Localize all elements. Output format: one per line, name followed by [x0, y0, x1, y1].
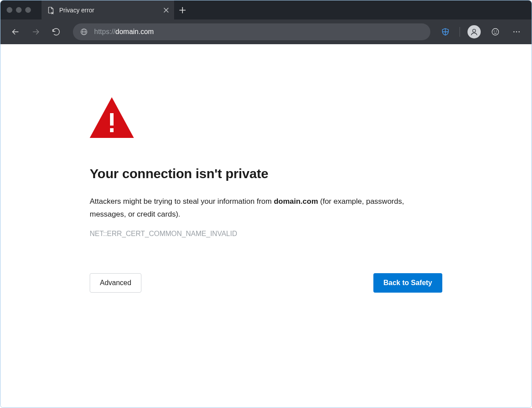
svg-point-14 [492, 29, 499, 35]
svg-point-18 [516, 31, 517, 33]
titlebar: Privacy error [0, 0, 532, 19]
address-bar[interactable]: https://domain.com [73, 23, 430, 40]
refresh-button[interactable] [47, 23, 65, 41]
url-scheme: https:// [94, 28, 115, 35]
error-code: NET::ERR_CERT_COMMON_NAME_INVALID [90, 230, 442, 238]
address-url: https://domain.com [94, 28, 154, 36]
svg-point-17 [513, 31, 515, 33]
svg-rect-22 [110, 128, 114, 132]
close-window-button[interactable] [7, 7, 12, 13]
back-to-safety-button[interactable]: Back to Safety [373, 273, 442, 293]
new-tab-button[interactable] [174, 0, 191, 19]
more-menu-icon[interactable] [508, 23, 525, 41]
back-button[interactable] [7, 23, 24, 41]
toolbar-separator [460, 27, 460, 37]
maximize-window-button[interactable] [25, 7, 31, 13]
site-info-icon[interactable] [80, 28, 88, 36]
error-body-prefix: Attackers might be trying to steal your … [90, 197, 274, 206]
browser-tab[interactable]: Privacy error [42, 0, 174, 19]
tab-title: Privacy error [59, 7, 159, 14]
warning-triangle-icon [90, 97, 442, 140]
advanced-button[interactable]: Advanced [90, 273, 141, 293]
error-domain: domain.com [274, 197, 318, 206]
toolbar-right [437, 23, 525, 41]
svg-point-16 [496, 31, 497, 31]
error-body: Attackers might be trying to steal your … [90, 195, 442, 221]
window-controls [7, 7, 31, 13]
svg-point-13 [473, 29, 476, 32]
forward-button[interactable] [27, 23, 45, 41]
svg-point-19 [519, 31, 520, 33]
insecure-page-icon [47, 6, 55, 14]
error-headline: Your connection isn't private [90, 166, 442, 181]
avatar-icon [467, 25, 481, 38]
button-row: Advanced Back to Safety [90, 273, 442, 293]
tracking-prevention-icon[interactable] [437, 23, 454, 41]
url-host: domain.com [115, 28, 154, 35]
close-tab-icon[interactable] [163, 8, 169, 13]
page-content: Your connection isn't private Attackers … [0, 44, 532, 408]
feedback-icon[interactable] [486, 23, 504, 41]
privacy-error-interstitial: Your connection isn't private Attackers … [90, 44, 442, 293]
minimize-window-button[interactable] [16, 7, 22, 13]
svg-point-15 [494, 31, 494, 31]
svg-rect-21 [110, 113, 114, 126]
toolbar: https://domain.com [0, 19, 532, 44]
profile-button[interactable] [465, 23, 483, 41]
